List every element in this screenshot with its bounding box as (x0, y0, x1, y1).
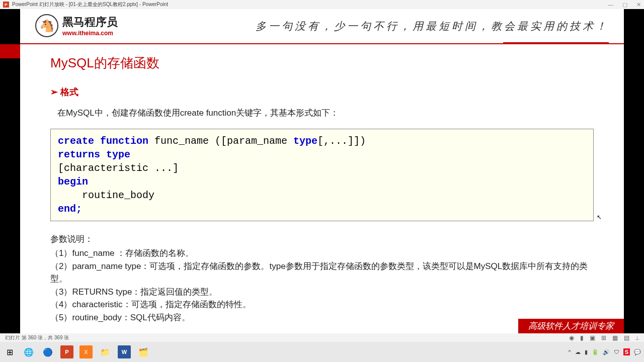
statusbar-right: ◉ ▮ ▣ ⊞ ▦ ▤ ⟂ (569, 334, 639, 341)
header-underline (503, 42, 609, 44)
edge-icon[interactable]: 🔵 (41, 345, 54, 358)
red-tab-decoration (0, 44, 20, 58)
param-item: （5）routine_body：SQL代码内容。 (50, 311, 594, 324)
notes-icon[interactable]: ▮ (580, 334, 584, 341)
titlebar: P PowerPoint 幻灯片放映 - [01-史上最全的SQL教程2.ppt… (0, 0, 644, 9)
window-title: PowerPoint 幻灯片放映 - [01-史上最全的SQL教程2.pptx]… (12, 1, 168, 8)
slideshow-icon[interactable]: ▤ (624, 334, 629, 341)
code-block: create function func_name ([param_name t… (50, 129, 594, 221)
statusbar: 幻灯片 第 360 张，共 369 张 ◉ ▮ ▣ ⊞ ▦ ▤ ⟂ (0, 333, 644, 342)
code-line: begin (58, 175, 586, 189)
start-button[interactable]: ⊞ (3, 345, 16, 358)
slide-title: MySQL的存储函数 (50, 54, 594, 72)
tray-battery-icon[interactable]: 🔋 (592, 349, 599, 355)
reading-view-icon[interactable]: ▦ (612, 334, 618, 341)
maximize-button[interactable]: ▢ (622, 2, 627, 8)
presentation-stage: 🐴 黑马程序员 www.itheima.com 多一句没有，少一句不行，用最短时… (0, 9, 644, 333)
slide-counter: 幻灯片 第 360 张，共 369 张 (5, 334, 69, 341)
footer-badge: 高级软件人才培训专家 (518, 319, 624, 333)
tray-cloud-icon[interactable]: ☁ (575, 349, 581, 355)
window-controls: — ▢ ✕ (608, 2, 641, 8)
brand-url: www.itheima.com (62, 30, 118, 37)
powerpoint-icon: P (3, 2, 9, 8)
chrome-icon[interactable]: 🌐 (22, 345, 35, 358)
intro-text: 在MySQL中，创建存储函数使用create function关键字，其基本形式… (50, 107, 594, 119)
taskbar: ⊞ 🌐 🔵 P X 📁 W 🗂️ ^ ☁ ▮ 🔋 🔊 🛡 S 💬 (0, 342, 644, 362)
powerpoint-taskbar-icon[interactable]: P (60, 345, 73, 358)
tray-notification-icon[interactable]: 💬 (634, 349, 641, 355)
tray-network-icon[interactable]: ▮ (585, 349, 588, 355)
pen-icon[interactable]: ◉ (569, 334, 574, 341)
brand-logo: 🐴 黑马程序员 www.itheima.com (35, 14, 118, 37)
normal-view-icon[interactable]: ▣ (590, 334, 595, 341)
code-line: end; (58, 202, 586, 216)
tray-shield-icon[interactable]: 🛡 (614, 349, 619, 355)
param-item: （3）RETURNS type：指定返回值的类型。 (50, 286, 594, 299)
param-item: （2）param_name type：可选项，指定存储函数的参数。type参数用… (50, 260, 594, 286)
brand-text: 黑马程序员 www.itheima.com (62, 15, 118, 37)
slogan-text: 多一句没有，少一句不行，用最短时间，教会最实用的技术！ (256, 19, 609, 33)
sorter-view-icon[interactable]: ⊞ (601, 334, 606, 341)
word-icon[interactable]: W (118, 345, 131, 358)
tray-volume-icon[interactable]: 🔊 (603, 349, 610, 355)
close-button[interactable]: ✕ (636, 2, 641, 8)
slide: 🐴 黑马程序员 www.itheima.com 多一句没有，少一句不行，用最短时… (20, 9, 624, 333)
xampp-icon[interactable]: X (79, 345, 93, 358)
tray-up-icon[interactable]: ^ (568, 349, 571, 355)
params-heading: 参数说明： (50, 233, 594, 245)
brand-name: 黑马程序员 (62, 15, 118, 30)
code-line: routine_body (58, 189, 586, 202)
param-item: （4）characteristic：可选项，指定存储函数的特性。 (50, 298, 594, 311)
code-line: returns type (58, 148, 586, 161)
minimize-button[interactable]: — (608, 2, 613, 8)
code-line: [characteristic ...] (58, 161, 586, 175)
tray-ime-icon[interactable]: S (623, 348, 630, 355)
explorer-icon[interactable]: 📁 (99, 345, 112, 358)
slide-header: 🐴 黑马程序员 www.itheima.com 多一句没有，少一句不行，用最短时… (20, 9, 624, 44)
slide-content: MySQL的存储函数 格式 在MySQL中，创建存储函数使用create fun… (20, 44, 624, 334)
app-icon[interactable]: 🗂️ (137, 345, 150, 358)
fit-icon[interactable]: ⟂ (635, 334, 639, 341)
section-heading: 格式 (50, 86, 594, 98)
right-blackbar (624, 9, 644, 333)
param-item: （1）func_name ：存储函数的名称。 (50, 247, 594, 260)
horse-icon: 🐴 (35, 14, 58, 37)
system-tray: ^ ☁ ▮ 🔋 🔊 🛡 S 💬 (568, 348, 641, 355)
code-line: create function func_name ([param_name t… (58, 134, 586, 148)
